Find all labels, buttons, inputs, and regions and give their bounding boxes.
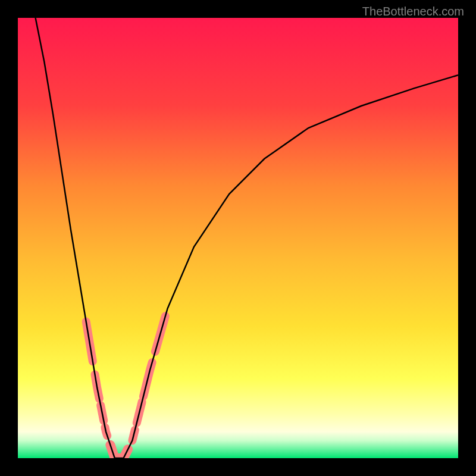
watermark-text: TheBottleneck.com [362, 5, 464, 18]
chart-container [18, 18, 458, 458]
curve-markers [86, 316, 165, 458]
curve-overlay [18, 18, 458, 458]
